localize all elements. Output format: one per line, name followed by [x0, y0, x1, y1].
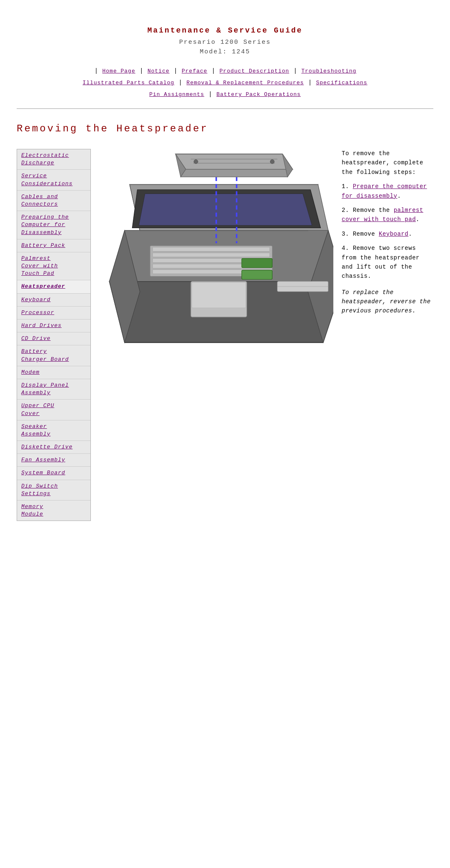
- instructions-panel: To remove the heatspreader, complete the…: [342, 149, 433, 321]
- svg-rect-14: [242, 259, 272, 268]
- sidebar-item-service[interactable]: ServiceConsiderations: [17, 170, 90, 190]
- step-4: 4. Remove two screws from the heatspread…: [342, 244, 433, 281]
- sidebar-item-battery-charger[interactable]: BatteryCharger Board: [17, 345, 90, 366]
- sidebar-item-processor[interactable]: Processor: [17, 307, 90, 320]
- sidebar-item-hard-drives[interactable]: Hard Drives: [17, 320, 90, 332]
- svg-point-29: [270, 160, 275, 164]
- laptop-diagram: [99, 149, 333, 353]
- nav-illustrated-parts[interactable]: Illustrated Parts Catalog: [82, 80, 174, 86]
- sidebar-item-modem[interactable]: Modem: [17, 366, 90, 379]
- nav-notice[interactable]: Notice: [148, 68, 170, 74]
- sidebar-item-dip-switch[interactable]: Dip SwitchSettings: [17, 480, 90, 501]
- svg-rect-9: [152, 247, 270, 252]
- svg-point-28: [194, 160, 198, 164]
- sidebar-item-upper-cpu[interactable]: Upper CPUCover: [17, 400, 90, 420]
- main-content: To remove the heatspreader, complete the…: [99, 149, 433, 353]
- sidebar-item-heatspreader[interactable]: Heatspreader: [17, 280, 90, 293]
- step-3: 3. Remove Keyboard.: [342, 229, 433, 239]
- sidebar-item-preparing[interactable]: Preparing theComputer forDisassembly: [17, 211, 90, 239]
- nav-battery-pack-ops[interactable]: Battery Pack Operations: [216, 91, 300, 98]
- header-subtitle1: Presario 1200 Series: [17, 38, 433, 48]
- header: Maintenance & Service Guide Presario 120…: [17, 25, 433, 57]
- section-title: Removing the Heatspreader: [17, 121, 433, 136]
- svg-rect-10: [152, 253, 270, 257]
- replacement-note: To replace the heatspeader, reverse the …: [342, 288, 433, 316]
- svg-marker-22: [175, 154, 292, 169]
- sidebar-item-electrostatic[interactable]: ElectrostaticDischarge: [17, 149, 90, 170]
- nav-troubleshooting[interactable]: Troubleshooting: [301, 68, 356, 74]
- sidebar: ElectrostaticDischarge ServiceConsiderat…: [17, 149, 91, 521]
- svg-marker-23: [180, 169, 292, 177]
- step3-link[interactable]: Keyboard: [379, 231, 408, 237]
- page-wrapper: Maintenance & Service Guide Presario 120…: [0, 0, 450, 538]
- nav-links: | Home Page | Notice | Preface | Product…: [17, 65, 433, 100]
- sidebar-item-speaker[interactable]: SpeakerAssembly: [17, 420, 90, 441]
- diagram-area: [99, 149, 333, 353]
- nav-separator: |: [95, 68, 102, 74]
- header-subtitle2: Model: 1245: [17, 48, 433, 57]
- content-area: ElectrostaticDischarge ServiceConsiderat…: [17, 149, 433, 521]
- sidebar-item-cables[interactable]: Cables andConnectors: [17, 191, 90, 211]
- sidebar-item-battery-pack[interactable]: Battery Pack: [17, 239, 90, 252]
- nav-specifications[interactable]: Specifications: [316, 80, 367, 86]
- sidebar-item-cd-drive[interactable]: CD Drive: [17, 332, 90, 345]
- nav-pin-assignments[interactable]: Pin Assignments: [149, 91, 204, 98]
- sidebar-item-fan[interactable]: Fan Assembly: [17, 454, 90, 467]
- svg-rect-15: [242, 270, 272, 279]
- svg-rect-17: [192, 282, 246, 308]
- instructions-intro: To remove the heatspreader, complete the…: [342, 149, 433, 177]
- step1-link[interactable]: Prepare the computer for disassembly: [342, 183, 427, 199]
- nav-preface[interactable]: Preface: [182, 68, 208, 74]
- sidebar-item-palmrest[interactable]: PalmrestCover withTouch Pad: [17, 252, 90, 281]
- nav-removal[interactable]: Removal & Replacement Procedures: [187, 80, 304, 86]
- sidebar-item-system-board[interactable]: System Board: [17, 467, 90, 480]
- sidebar-item-keyboard[interactable]: Keyboard: [17, 294, 90, 307]
- sidebar-item-diskette[interactable]: Diskette Drive: [17, 441, 90, 454]
- divider: [17, 108, 433, 109]
- step-2: 2. Remove the palmrest cover with touch …: [342, 206, 433, 224]
- step-1: 1. Prepare the computer for disassembly.: [342, 182, 433, 201]
- svg-marker-7: [139, 194, 312, 226]
- sidebar-item-memory[interactable]: MemoryModule: [17, 501, 90, 521]
- sidebar-item-display-panel[interactable]: Display PanelAssembly: [17, 379, 90, 400]
- nav-home[interactable]: Home Page: [102, 68, 135, 74]
- page-main-title: Maintenance & Service Guide: [17, 25, 433, 36]
- nav-product-description[interactable]: Product Description: [220, 68, 289, 74]
